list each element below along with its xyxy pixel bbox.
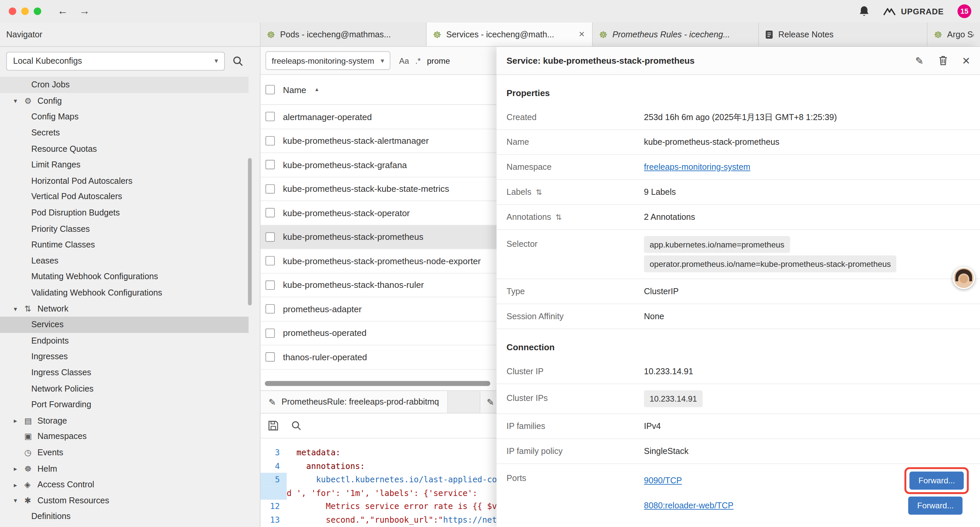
sidebar-item-resource-quotas[interactable]: Resource Quotas [0,141,248,157]
forward-arrow-icon[interactable]: → [80,5,90,18]
sidebar-item-network-policies[interactable]: Network Policies [0,381,248,396]
sidebar-item-secrets[interactable]: Secrets [0,125,248,141]
detail-row-ip-family-policy: IP family policySingleStack [497,439,980,464]
select-all-checkbox[interactable] [266,85,275,94]
sidebar-item-services[interactable]: Services [0,317,248,333]
edit-pencil-icon[interactable]: ✎ [915,55,924,67]
close-tab-icon[interactable]: × [578,29,586,40]
sidebar-item-pod-disruption-budgets[interactable]: Pod Disruption Budgets [0,205,248,221]
forward-button[interactable]: Forward... [910,471,964,489]
row-checkbox[interactable] [266,232,275,242]
tab-prometheus-rules[interactable]: ☸Prometheus Rules - icecheng... [593,22,759,46]
notification-count-badge[interactable]: 15 [958,4,971,18]
sidebar-item-ingresses[interactable]: Ingresses [0,349,248,365]
row-checkbox[interactable] [266,160,275,169]
sidebar-item-port-forwarding[interactable]: Port Forwarding [0,396,248,412]
sidebar-item-custom-resources[interactable]: ▾✱Custom Resources [0,492,248,508]
dock-tab-next-partial[interactable]: ✎ [480,391,497,413]
port-link[interactable]: 9090/TCP [644,476,682,485]
table-row-prometheus-operated[interactable]: prometheus-operated [261,321,497,345]
detail-label: Labels⇅ [507,188,644,197]
sidebar-item-mutating-webhook-configurations[interactable]: Mutating Webhook Configurations [0,269,248,285]
table-row-kube-prometheus-stack-thanos-ruler[interactable]: kube-prometheus-stack-thanos-ruler [261,273,497,297]
delete-trash-icon[interactable] [939,56,947,66]
table-row-kube-prometheus-stack-prometheus-node-exporter[interactable]: kube-prometheus-stack-prometheus-node-ex… [261,249,497,273]
sidebar-item-definitions[interactable]: Definitions [0,508,248,524]
yaml-editor[interactable]: 3 metadata:4 annotations:5 kubectl.kuber… [261,439,497,527]
sort-toggle-icon[interactable]: ⇅ [536,188,542,196]
namespace-link[interactable]: freeleaps-monitoring-system [644,162,751,172]
sidebar-item-cron-jobs[interactable]: Cron Jobs [0,77,248,93]
sidebar-item-events[interactable]: ◷Events [0,444,248,461]
kubeconfig-selector[interactable]: Local Kubeconfigs ▾ [6,51,225,70]
access-control-icon: ◈ [24,480,37,489]
table-row-thanos-ruler-operated[interactable]: thanos-ruler-operated [261,345,497,369]
save-icon[interactable] [268,420,278,431]
sidebar-item-network[interactable]: ▾⇅Network [0,301,248,317]
sidebar-item-runtime-classes[interactable]: Runtime Classes [0,237,248,253]
traffic-light-zoom[interactable] [34,7,41,15]
sidebar-item-horizontal-pod-autoscalers[interactable]: Horizontal Pod Autoscalers [0,173,248,189]
namespace-filter-select[interactable]: freeleaps-monitoring-system ▾ [266,51,391,70]
sidebar-item-priority-classes[interactable]: Priority Classes [0,221,248,237]
table-row-kube-prometheus-stack-prometheus[interactable]: kube-prometheus-stack-prometheus [261,225,497,249]
table-row-alertmanager-operated[interactable]: alertmanager-operated [261,105,497,129]
sidebar-item-endpoints[interactable]: Endpoints [0,333,248,349]
traffic-light-minimize[interactable] [21,7,29,15]
search-input[interactable]: prome [427,56,450,65]
sidebar-item-label: Priority Classes [31,224,90,234]
table-row-kube-prometheus-stack-operator[interactable]: kube-prometheus-stack-operator [261,201,497,225]
port-link[interactable]: 8080:reloader-web/TCP [644,501,733,510]
table-row-kube-prometheus-stack-kube-state-metrics[interactable]: kube-prometheus-stack-kube-state-metrics [261,177,497,201]
sidebar-item-limit-ranges[interactable]: Limit Ranges [0,157,248,173]
row-checkbox[interactable] [266,256,275,266]
upgrade-button[interactable]: UPGRADE [884,7,944,16]
sidebar-item-ingress-classes[interactable]: Ingress Classes [0,365,248,381]
table-row-kube-prometheus-stack-alertmanager[interactable]: kube-prometheus-stack-alertmanager [261,129,497,153]
tab-argo[interactable]: ☸Argo Se [928,22,980,46]
sidebar-item-validating-webhook-configurations[interactable]: Validating Webhook Configurations [0,285,248,301]
code-text: metadata: [286,446,340,459]
sidebar-search-icon[interactable] [232,56,244,67]
row-checkbox[interactable] [266,136,275,145]
user-avatar[interactable] [953,267,975,289]
regex-toggle[interactable]: .* [415,56,421,65]
sidebar-item-config[interactable]: ▾⚙Config [0,93,248,109]
row-checkbox[interactable] [266,304,275,314]
forward-button[interactable]: Forward... [908,496,963,514]
notifications-bell-icon[interactable] [859,6,870,17]
sidebar-item-storage[interactable]: ▸▤Storage [0,412,248,428]
sidebar-item-access-control[interactable]: ▸◈Access Control [0,476,248,492]
tab-pods[interactable]: ☸Pods - icecheng@mathmas... [261,22,426,46]
sort-toggle-icon[interactable]: ⇅ [555,213,562,221]
match-case-toggle[interactable]: Aa [399,56,409,65]
row-checkbox[interactable] [266,184,275,193]
value-badge: operator.prometheus.io/name=kube-prometh… [644,255,897,272]
sidebar-item-leases[interactable]: Leases [0,253,248,269]
row-checkbox[interactable] [266,280,275,290]
detail-label: IP family policy [507,447,644,456]
sidebar-item-config-maps[interactable]: Config Maps [0,109,248,125]
close-icon[interactable]: × [963,53,970,68]
row-checkbox[interactable] [266,328,275,338]
tab-release-notes[interactable]: Release Notes [759,22,928,46]
dock-tab-prometheusrule[interactable]: ✎ PrometheusRule: freeleaps-prod-rabbitm… [261,391,448,413]
back-arrow-icon[interactable]: ← [57,5,68,18]
table-row-kube-prometheus-stack-grafana[interactable]: kube-prometheus-stack-grafana [261,153,497,177]
sidebar-item-label: Services [31,320,64,329]
traffic-light-close[interactable] [9,7,16,15]
tab-services[interactable]: ☸Services - icecheng@math...× [426,22,593,46]
row-checkbox[interactable] [266,353,275,362]
forward-button-wrap: Forward... [908,496,963,514]
sidebar-scrollbar[interactable] [248,158,251,306]
horizontal-scrollbar[interactable] [264,380,493,387]
row-checkbox[interactable] [266,208,275,218]
row-checkbox[interactable] [266,112,275,121]
sidebar-item-vertical-pod-autoscalers[interactable]: Vertical Pod Autoscalers [0,189,248,205]
detail-row-namespace: Namespacefreeleaps-monitoring-system [497,155,980,180]
table-row-prometheus-adapter[interactable]: prometheus-adapter [261,297,497,321]
sidebar-item-helm[interactable]: ▸☸Helm [0,461,248,477]
sidebar-item-namespaces[interactable]: ▣Namespaces [0,428,248,444]
editor-search-icon[interactable] [291,420,302,431]
column-header-name[interactable]: Name [283,85,306,95]
